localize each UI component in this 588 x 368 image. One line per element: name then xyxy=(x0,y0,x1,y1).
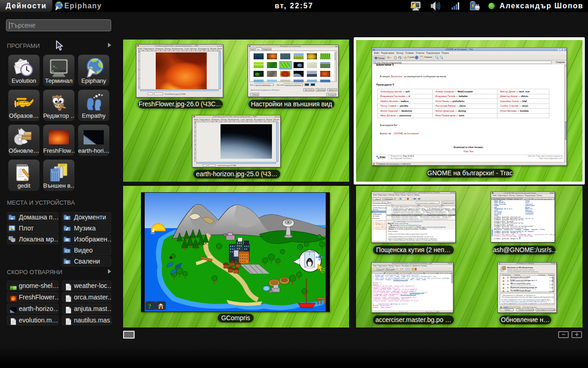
svg-text:>_: >_ xyxy=(53,64,57,69)
svg-text:?: ? xyxy=(148,303,152,310)
